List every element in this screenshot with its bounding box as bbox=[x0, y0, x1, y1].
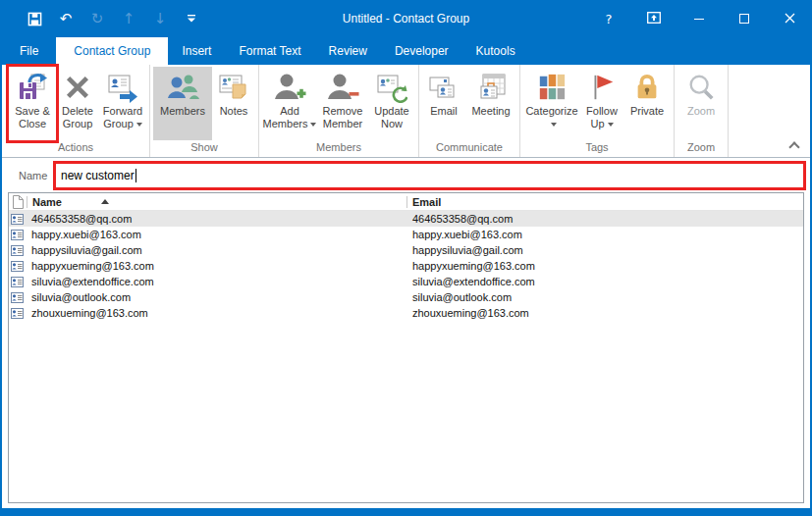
delete-group-label: Delete Group bbox=[56, 105, 99, 130]
minimize-button[interactable] bbox=[677, 0, 722, 37]
group-label-show: Show bbox=[151, 140, 257, 157]
ribbon-group-tags: Categorize Follow Up bbox=[520, 65, 675, 157]
contact-card-icon bbox=[11, 230, 26, 240]
ribbon-group-communicate: Email bbox=[419, 65, 520, 157]
maximize-icon bbox=[739, 14, 749, 24]
column-divider[interactable] bbox=[406, 196, 407, 208]
dropdown-arrow-icon bbox=[310, 123, 316, 127]
name-field-row: Name new customer bbox=[2, 157, 810, 192]
email-icon bbox=[428, 70, 460, 105]
item-type-icon bbox=[12, 195, 27, 209]
remove-member-icon bbox=[326, 70, 359, 105]
members-icon bbox=[166, 70, 199, 105]
undo-icon[interactable]: ↶ bbox=[57, 10, 75, 27]
ribbon-tab-bar: File Contact Group Insert Format Text Re… bbox=[2, 37, 810, 65]
move-down-icon[interactable]: ↓ bbox=[151, 10, 169, 27]
ribbon-group-zoom: Zoom Zoom bbox=[675, 65, 729, 157]
dropdown-arrow-icon bbox=[136, 123, 142, 127]
help-button[interactable]: ? bbox=[586, 0, 631, 37]
tab-contact-group[interactable]: Contact Group bbox=[56, 37, 168, 65]
zoom-button[interactable]: Zoom bbox=[677, 67, 725, 140]
contact-email: siluvia@extendoffice.com bbox=[412, 276, 535, 287]
tab-developer[interactable]: Developer bbox=[381, 37, 462, 65]
meeting-button[interactable]: Meeting bbox=[465, 67, 516, 140]
save-icon[interactable] bbox=[26, 10, 43, 27]
contact-name: siluvia@outlook.com bbox=[31, 291, 131, 303]
text-caret bbox=[135, 169, 136, 182]
maximize-button[interactable] bbox=[722, 0, 767, 37]
contact-card-icon bbox=[11, 308, 26, 319]
quick-access-toolbar: ↶ ↻ ↑ ↓ bbox=[26, 10, 200, 27]
group-name-input[interactable]: new customer bbox=[53, 161, 806, 190]
move-up-icon[interactable]: ↑ bbox=[120, 10, 137, 27]
delete-group-button[interactable]: Delete Group bbox=[56, 67, 99, 140]
notes-button[interactable]: Notes bbox=[212, 67, 255, 140]
column-header-name[interactable]: Name bbox=[32, 196, 62, 208]
update-now-button[interactable]: Update Now bbox=[368, 67, 415, 140]
tab-review[interactable]: Review bbox=[315, 37, 381, 65]
email-button[interactable]: Email bbox=[422, 67, 465, 140]
add-members-label: Add Members bbox=[262, 105, 317, 130]
column-header-email[interactable]: Email bbox=[412, 196, 441, 208]
categorize-button[interactable]: Categorize bbox=[523, 67, 580, 140]
tab-kutools[interactable]: Kutools bbox=[462, 37, 529, 65]
group-label-actions: Actions bbox=[3, 140, 148, 157]
add-members-button[interactable]: Add Members bbox=[262, 67, 317, 140]
private-button[interactable]: Private bbox=[623, 67, 671, 140]
contact-email: siluvia@outlook.com bbox=[412, 291, 512, 303]
collapse-ribbon-icon[interactable] bbox=[790, 141, 798, 149]
members-label: Members bbox=[160, 105, 205, 118]
remove-member-label: Remove Member bbox=[317, 105, 368, 130]
window-controls: ? bbox=[586, 0, 812, 37]
close-button[interactable] bbox=[767, 0, 812, 37]
redo-icon[interactable]: ↻ bbox=[88, 10, 106, 27]
tab-insert[interactable]: Insert bbox=[168, 37, 225, 65]
contact-card-icon bbox=[11, 292, 26, 303]
group-label-communicate: Communicate bbox=[420, 140, 518, 157]
contact-name: happyxueming@163.com bbox=[31, 260, 154, 272]
notes-label: Notes bbox=[220, 105, 248, 118]
contact-email: happysiluvia@gail.com bbox=[412, 244, 523, 256]
categorize-label: Categorize bbox=[523, 105, 580, 130]
forward-group-icon bbox=[107, 70, 138, 105]
contact-email: 464653358@qq.com bbox=[412, 213, 513, 225]
contact-row[interactable]: happy.xuebi@163.com happy.xuebi@163.com bbox=[9, 227, 803, 242]
client-area: Save & Close Delete Group bbox=[2, 65, 810, 508]
group-label-members: Members bbox=[260, 140, 417, 157]
contact-row[interactable]: siluvia@extendoffice.com siluvia@extendo… bbox=[9, 274, 803, 289]
categorize-icon bbox=[537, 70, 567, 105]
contact-row[interactable]: 464653358@qq.com 464653358@qq.com bbox=[9, 211, 803, 227]
follow-up-button[interactable]: Follow Up bbox=[580, 67, 623, 140]
contact-row[interactable]: happysiluvia@gail.com happysiluvia@gail.… bbox=[9, 242, 803, 258]
contact-name: happysiluvia@gail.com bbox=[31, 244, 142, 256]
contact-card-icon bbox=[11, 261, 26, 272]
remove-member-button[interactable]: Remove Member bbox=[317, 67, 368, 140]
ribbon-display-options-button[interactable] bbox=[631, 0, 677, 37]
email-label: Email bbox=[430, 105, 458, 118]
forward-group-button[interactable]: Forward Group bbox=[99, 67, 146, 140]
notes-icon bbox=[218, 70, 249, 105]
contact-row[interactable]: siluvia@outlook.com siluvia@outlook.com bbox=[9, 289, 803, 305]
dropdown-arrow-icon bbox=[608, 123, 614, 127]
save-and-close-button[interactable]: Save & Close bbox=[9, 67, 56, 140]
contact-row[interactable]: happyxueming@163.com happyxueming@163.co… bbox=[9, 258, 803, 274]
ribbon-group-actions: Save & Close Delete Group bbox=[2, 65, 150, 157]
close-icon bbox=[785, 12, 795, 26]
tab-format-text[interactable]: Format Text bbox=[225, 37, 314, 65]
update-now-label: Update Now bbox=[368, 105, 415, 130]
sort-ascending-icon bbox=[101, 199, 109, 204]
column-divider[interactable] bbox=[27, 196, 27, 208]
follow-up-label: Follow Up bbox=[580, 105, 623, 130]
ribbon-display-options-icon bbox=[647, 12, 661, 26]
contact-row[interactable]: zhouxueming@163.com zhouxueming@163.com bbox=[9, 305, 803, 321]
customize-quick-access-icon[interactable] bbox=[183, 10, 200, 27]
contact-list-header: Name Email bbox=[9, 193, 803, 211]
delete-group-icon bbox=[63, 70, 92, 105]
minimize-icon bbox=[694, 19, 704, 20]
follow-up-icon bbox=[587, 70, 617, 105]
save-and-close-label: Save & Close bbox=[9, 105, 56, 130]
members-button[interactable]: Members bbox=[153, 67, 212, 140]
contact-name: siluvia@extendoffice.com bbox=[31, 276, 154, 287]
tab-file[interactable]: File bbox=[2, 37, 56, 65]
group-label-tags: Tags bbox=[521, 140, 673, 157]
